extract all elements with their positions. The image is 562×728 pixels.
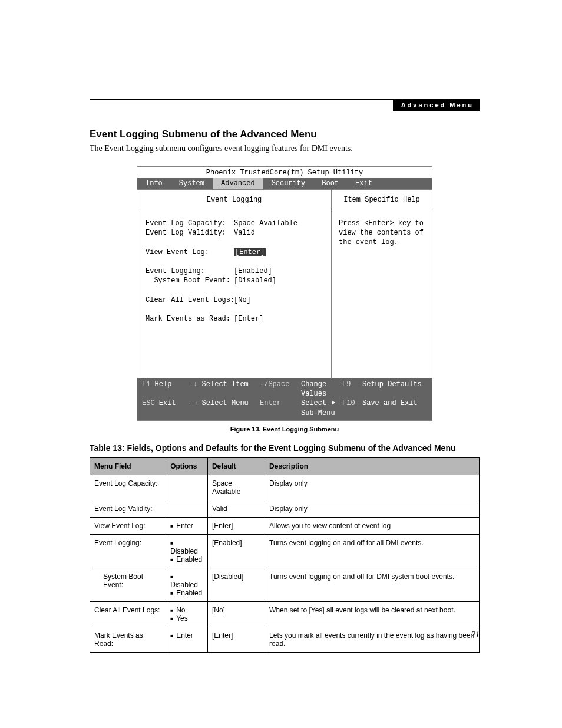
bios-subhead-right: Item Specific Help [332, 190, 432, 210]
cell-description: Turns event logging on and off for all D… [265, 534, 480, 568]
bios-fields: Event Log Capacity:Space AvailableEvent … [137, 210, 331, 378]
bios-field-row [146, 257, 325, 266]
cell-description: Lets you mark all events currently in th… [265, 627, 480, 652]
bios-field-value: [Enabled] [234, 266, 325, 276]
key-space: -/Space [260, 380, 289, 388]
cell-menu-field: View Event Log: [90, 517, 166, 534]
option-item: No [170, 606, 203, 614]
cell-menu-field: System Boot Event: [90, 568, 166, 601]
bios-field-row: Event Logging:[Enabled] [146, 266, 325, 276]
action-select-submenu: Select Sub-Menu [301, 399, 336, 417]
bios-field-value[interactable]: [Enter] [234, 248, 325, 257]
option-item: Yes [170, 614, 203, 622]
figure-caption: Figure 13. Event Logging Submenu [90, 426, 480, 433]
cell-default: [No] [207, 601, 265, 627]
table-header: Options [166, 457, 208, 475]
cell-default: Valid [207, 500, 265, 517]
cell-description: Display only [265, 475, 480, 500]
action-setup-defaults: Setup Defaults [362, 380, 422, 388]
bios-tab-info[interactable]: Info [137, 178, 171, 189]
bios-field-label: System Boot Event: [146, 276, 234, 285]
page-number: 21 [471, 630, 480, 640]
table-row: Event Log Capacity:Space AvailableDispla… [90, 475, 480, 500]
bios-field-value: [Disabled] [234, 276, 325, 285]
key-esc: ESC [142, 399, 155, 407]
page: Advanced Menu Event Logging Submenu of t… [0, 0, 562, 728]
bios-field-value: [Enter] [234, 314, 325, 324]
cell-menu-field: Event Logging: [90, 534, 166, 568]
bios-tab-security[interactable]: Security [263, 178, 314, 189]
bios-tab-system[interactable]: System [171, 178, 213, 189]
triangle-icon [332, 400, 335, 405]
cell-options: Enter [166, 627, 208, 652]
option-item: Enter [170, 631, 203, 640]
bios-field-row: View Event Log:[Enter] [146, 248, 325, 257]
bios-field-row: Event Log Validity:Valid [146, 228, 325, 238]
bios-tabs: InfoSystemAdvancedSecurityBootExit [137, 178, 432, 189]
bios-field-row [146, 305, 325, 314]
cell-description: When set to [Yes] all event logs will be… [265, 601, 480, 627]
cell-options: DisabledEnabled [166, 534, 208, 568]
bios-tab-boot[interactable]: Boot [313, 178, 347, 189]
content-area: Event Logging Submenu of the Advanced Me… [90, 129, 480, 653]
bios-tab-exit[interactable]: Exit [347, 178, 381, 189]
cell-default: [Enter] [207, 517, 265, 534]
bios-utility: Phoenix TrustedCore(tm) Setup Utility In… [137, 166, 432, 421]
key-f9: F9 [342, 380, 351, 388]
key-leftright: ←→ [189, 399, 197, 407]
bios-footer-row-2: ESC Exit ←→ Select Menu Enter Select Sub… [142, 398, 427, 417]
action-exit: Exit [159, 399, 176, 407]
cell-description: Allows you to view content of event log [265, 517, 480, 534]
cell-menu-field: Event Log Capacity: [90, 475, 166, 500]
header-tag: Advanced Menu [393, 99, 480, 111]
bios-field-label: View Event Log: [146, 248, 234, 257]
cell-description: Display only [265, 500, 480, 517]
cell-menu-field: Event Log Validity: [90, 500, 166, 517]
bios-title: Phoenix TrustedCore(tm) Setup Utility [137, 167, 432, 178]
action-select-menu: Select Menu [202, 399, 249, 407]
action-change-values: Change Values [301, 380, 326, 398]
cell-default: [Disabled] [207, 568, 265, 601]
cell-default: [Enter] [207, 627, 265, 652]
bios-field-row: Mark Events as Read:[Enter] [146, 314, 325, 324]
bios-field-value: Space Available [234, 219, 325, 228]
table-row: System Boot Event:DisabledEnabled[Disabl… [90, 568, 480, 601]
option-item: Enter [170, 522, 203, 530]
key-f10: F10 [342, 399, 355, 407]
bios-right-pane: Item Specific Help Press <Enter> key to … [332, 190, 432, 378]
bios-body: Event Logging Event Log Capacity:Space A… [137, 189, 432, 378]
bios-field-label: Event Logging: [146, 266, 234, 276]
cell-default: [Enabled] [207, 534, 265, 568]
bios-field-label: Event Log Validity: [146, 228, 234, 238]
table-row: Event Log Validity:ValidDisplay only [90, 500, 480, 517]
cell-menu-field: Clear All Event Logs: [90, 601, 166, 627]
bios-field-label: Clear All Event Logs: [146, 295, 234, 305]
action-select-item: Select Item [202, 380, 249, 388]
key-f1: F1 [142, 380, 150, 388]
cell-menu-field: Mark Events as Read: [90, 627, 166, 652]
bios-tab-advanced[interactable]: Advanced [213, 178, 263, 189]
bios-field-row: System Boot Event:[Disabled] [146, 276, 325, 285]
option-item: Disabled [170, 572, 203, 589]
key-enter: Enter [260, 399, 281, 407]
option-item: Enabled [170, 555, 203, 564]
key-updown: ↑↓ [189, 380, 197, 388]
bios-field-row [146, 238, 325, 247]
table-header: Description [265, 457, 480, 475]
table-header: Default [207, 457, 265, 475]
cell-options: NoYes [166, 601, 208, 627]
table-title: Table 13: Fields, Options and Defaults f… [90, 443, 480, 453]
action-help: Help [155, 380, 172, 388]
bios-field-row [146, 285, 325, 295]
bios-field-label: Event Log Capacity: [146, 219, 234, 228]
table-row: Clear All Event Logs:NoYes[No]When set t… [90, 601, 480, 627]
bios-field-row: Clear All Event Logs:[No] [146, 295, 325, 305]
bios-left-pane: Event Logging Event Log Capacity:Space A… [137, 190, 332, 378]
bios-field-row: Event Log Capacity:Space Available [146, 219, 325, 228]
bios-subhead-left: Event Logging [137, 190, 331, 210]
bios-footer: F1 Help ↑↓ Select Item -/Space Change Va… [137, 378, 432, 420]
table-row: Mark Events as Read:Enter[Enter]Lets you… [90, 627, 480, 652]
table-row: View Event Log:Enter[Enter]Allows you to… [90, 517, 480, 534]
cell-options [166, 475, 208, 500]
cell-options: Enter [166, 517, 208, 534]
